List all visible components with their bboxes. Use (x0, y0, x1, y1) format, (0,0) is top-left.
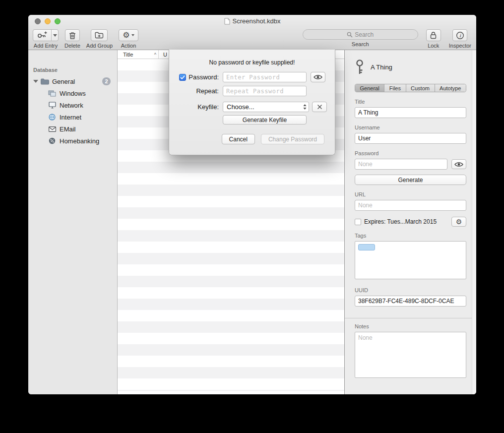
eye-icon (454, 162, 463, 167)
gear-icon: ⚙ (123, 31, 129, 39)
inspector-tabs: General Files Custom Autotype (355, 84, 466, 92)
minimize-button[interactable] (45, 18, 51, 24)
coin-icon (48, 137, 56, 144)
inspector-panel: A Thing General Files Custom Autotype Ti… (345, 50, 476, 394)
add-group-button[interactable] (91, 29, 108, 41)
action-button[interactable]: ⚙ (119, 29, 138, 41)
tab-autotype[interactable]: Autotype (435, 84, 466, 92)
change-password-sheet: No password or keyfile supplied! Passwor… (169, 50, 335, 155)
globe-icon (48, 114, 56, 121)
search-placeholder: Search (355, 31, 374, 38)
search-icon (347, 32, 353, 38)
inspector-scrollbar[interactable] (472, 50, 476, 394)
search-label: Search (352, 41, 369, 47)
inspector-toggle-group: i Inspector (449, 29, 471, 49)
sheet-repeat-row: Repeat: (169, 86, 335, 96)
sheet-password-row: Password: (169, 72, 335, 82)
title-field[interactable] (355, 107, 466, 118)
reveal-password-button[interactable] (451, 159, 466, 169)
section-divider (345, 318, 472, 318)
add-entry-dropdown[interactable] (51, 30, 58, 41)
search-input[interactable]: Search (303, 29, 418, 40)
inspector-button[interactable]: i (452, 29, 467, 41)
expires-settings-button[interactable]: ⚙ (451, 217, 466, 227)
close-icon (317, 104, 322, 110)
key-icon (355, 59, 365, 75)
password-row (355, 159, 466, 170)
disclosure-triangle-icon[interactable] (33, 80, 38, 83)
uuid-label: UUID (355, 287, 466, 293)
expires-checkbox[interactable] (355, 219, 361, 225)
sidebar-section-header: Database (33, 67, 117, 73)
generate-password-button[interactable]: Generate (355, 175, 466, 185)
add-entry-label: Add Entry (34, 43, 58, 49)
folder-plus-icon (95, 32, 104, 39)
lock-label: Lock (428, 43, 439, 49)
sidebar-item-label: Homebanking (60, 137, 99, 145)
password-field[interactable] (355, 159, 447, 170)
add-group-label: Add Group (86, 43, 113, 49)
svg-text:i: i (459, 33, 461, 38)
change-password-button[interactable]: Change Password (261, 134, 324, 144)
search-group: Search Search (303, 29, 418, 47)
windows-icon (48, 90, 56, 97)
sidebar-group-label: General (52, 78, 75, 85)
trash-icon (69, 31, 76, 39)
close-button[interactable] (35, 18, 41, 24)
column-header-title[interactable]: Title ^ (118, 50, 159, 59)
sidebar-item-homebanking[interactable]: Homebanking (28, 135, 117, 147)
sidebar-item-email[interactable]: EMail (28, 123, 117, 135)
clear-keyfile-button[interactable] (312, 102, 327, 112)
cancel-button[interactable]: Cancel (222, 134, 255, 144)
sheet-password-label: Password: (189, 73, 219, 81)
folder-icon (41, 78, 49, 85)
sidebar-item-network[interactable]: Network (28, 99, 117, 111)
uuid-field[interactable] (355, 296, 466, 307)
username-field-label: Username (355, 124, 466, 130)
sidebar-item-windows[interactable]: Windows (28, 87, 117, 99)
envelope-icon (48, 126, 56, 132)
sort-indicator-icon: ^ (154, 52, 156, 57)
sidebar-item-internet[interactable]: Internet (28, 111, 117, 123)
notes-field[interactable] (355, 332, 466, 378)
zoom-button[interactable] (55, 18, 61, 24)
add-entry-button[interactable] (33, 29, 59, 41)
tab-files[interactable]: Files (384, 84, 406, 92)
tag-chip[interactable] (358, 244, 375, 250)
enter-password-input[interactable] (223, 72, 307, 82)
username-field[interactable] (355, 133, 466, 144)
tags-field[interactable] (355, 241, 466, 279)
url-field-label: URL (355, 191, 466, 197)
delete-group: Delete (64, 29, 80, 49)
gear-icon: ⚙ (456, 218, 462, 225)
add-group-group: Add Group (86, 29, 113, 49)
notes-label: Notes (355, 323, 466, 329)
delete-label: Delete (64, 43, 80, 49)
entry-title: A Thing (371, 63, 392, 71)
sidebar-item-label: Windows (60, 90, 86, 97)
action-group: ⚙ Action (119, 29, 138, 49)
lock-group: Lock (426, 29, 441, 49)
title-field-label: Title (355, 99, 466, 105)
action-label: Action (121, 43, 136, 49)
tab-custom[interactable]: Custom (406, 84, 435, 92)
url-field[interactable] (355, 200, 466, 211)
tab-general[interactable]: General (355, 84, 384, 92)
sheet-reveal-password-button[interactable] (311, 72, 325, 82)
sheet-keyfile-label: Keyfile: (197, 103, 219, 111)
add-entry-group: Add Entry (33, 29, 59, 49)
repeat-password-input[interactable] (223, 86, 307, 96)
password-checkbox[interactable] (179, 74, 186, 81)
sheet-keyfile-row: Keyfile: Choose... (169, 102, 335, 112)
generate-keyfile-button[interactable]: Generate Keyfile (223, 115, 307, 124)
sidebar-group-general[interactable]: General 2 (28, 75, 117, 87)
document-icon (224, 18, 230, 25)
keyfile-popup[interactable]: Choose... (223, 102, 309, 112)
group-count-badge: 2 (102, 77, 111, 85)
lock-button[interactable] (426, 29, 441, 41)
traffic-lights (35, 18, 61, 24)
window-title-area: Screenshot.kdbx (28, 15, 476, 27)
entry-header: A Thing (355, 57, 466, 77)
sheet-repeat-label: Repeat: (196, 87, 219, 95)
delete-button[interactable] (65, 29, 80, 41)
